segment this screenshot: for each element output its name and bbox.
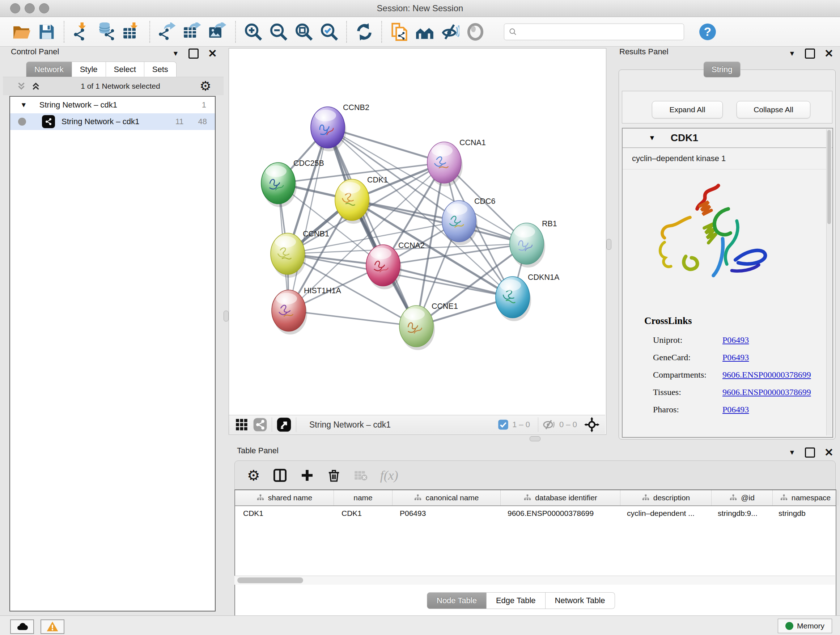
column-header-name[interactable]: name (334, 490, 393, 505)
expand-all-chevron-icon[interactable] (30, 81, 41, 92)
edge-CCNB2-HIST1H1A[interactable] (289, 127, 328, 310)
selected-checkbox-icon[interactable] (498, 419, 508, 430)
table-cell[interactable]: P06493 (392, 506, 500, 521)
table-cell[interactable]: CDK1 (333, 506, 392, 521)
share-view-icon[interactable] (253, 417, 267, 432)
zoom-fit-button[interactable] (294, 21, 314, 42)
panel-float-icon[interactable] (805, 49, 815, 59)
edge-CCNB2-CCNE1[interactable] (328, 127, 416, 326)
crosslink-value-link[interactable]: P06493 (722, 335, 749, 345)
share-document-button[interactable] (389, 21, 410, 42)
table-cell[interactable]: CDK1 (235, 506, 333, 521)
network-canvas[interactable]: CCNB2CCNA1CDC25BCDK1CDC6RB1CCNB1CCNA2CDK… (229, 49, 605, 415)
network-collection-row[interactable]: ▼ String Network – cdk1 1 (10, 97, 215, 113)
column-header-shared-name[interactable]: shared name (235, 490, 334, 505)
help-button[interactable]: ? (699, 23, 717, 41)
panel-close-icon[interactable]: ✕ (824, 448, 834, 456)
memory-button[interactable]: Memory (778, 619, 832, 633)
right-splitter-handle[interactable] (606, 239, 611, 250)
import-table-file-button[interactable] (122, 21, 143, 42)
edge-HIST1H1A-CCNE1[interactable] (289, 310, 416, 326)
apply-layout-button[interactable] (354, 21, 375, 42)
table-cell[interactable]: stringdb (771, 506, 836, 521)
fit-crosshair-icon[interactable] (584, 417, 600, 432)
tab-sets[interactable]: Sets (144, 62, 177, 78)
import-network-file-button[interactable] (71, 21, 92, 42)
node-CCNB1[interactable] (271, 233, 306, 278)
delete-column-icon[interactable] (327, 468, 341, 483)
tab-network[interactable]: Network (26, 62, 72, 78)
node-CCNB2[interactable] (311, 107, 346, 151)
network-graph[interactable]: CCNB2CCNA1CDC25BCDK1CDC6RB1CCNB1CCNA2CDK… (229, 49, 605, 415)
gene-header-row[interactable]: ▼ CDK1 (622, 128, 832, 148)
node-CCNE1[interactable] (399, 306, 435, 350)
node-CCNA2[interactable] (366, 245, 401, 289)
tab-node-table[interactable]: Node Table (427, 592, 486, 609)
panel-close-icon[interactable]: ✕ (208, 50, 217, 57)
left-splitter-handle[interactable] (224, 310, 229, 321)
gear-icon[interactable]: ⚙ (200, 80, 211, 93)
hscrollbar-thumb[interactable] (237, 578, 303, 583)
tab-string[interactable]: String (704, 62, 741, 78)
gear-icon[interactable]: ⚙ (247, 468, 260, 483)
crosslink-value-link[interactable]: P06493 (722, 353, 749, 363)
tab-select[interactable]: Select (106, 62, 144, 78)
panel-menu-icon[interactable]: ▼ (789, 448, 796, 456)
crosslink-value-link[interactable]: 9606.ENSP00000378699 (722, 387, 811, 397)
column-header-canonical-name[interactable]: canonical name (393, 490, 501, 505)
node-CCNA1[interactable] (427, 142, 463, 187)
birdseye-view-icon[interactable] (276, 417, 292, 432)
tab-network-table[interactable]: Network Table (546, 592, 615, 609)
cloud-button[interactable] (10, 619, 34, 634)
hide-graphics-details-button[interactable] (439, 21, 461, 42)
zoom-selected-button[interactable] (319, 21, 340, 42)
panel-menu-icon[interactable]: ▼ (789, 50, 796, 57)
export-image-button[interactable] (208, 21, 229, 42)
network-row[interactable]: String Network – cdk1 11 48 (10, 113, 215, 130)
zoom-out-button[interactable] (268, 21, 289, 42)
node-HIST1H1A[interactable] (272, 290, 307, 334)
table-row[interactable]: CDK1CDK1P064939606.ENSP00000378699cyclin… (235, 506, 836, 521)
show-graphics-details-button[interactable] (465, 21, 486, 42)
zoom-in-button[interactable] (243, 21, 264, 42)
tab-style[interactable]: Style (72, 62, 106, 78)
table-cell[interactable]: stringdb:9... (710, 506, 771, 521)
panel-close-icon[interactable]: ✕ (824, 50, 834, 57)
table-cell[interactable]: cyclin–dependent ... (619, 506, 710, 521)
panel-menu-icon[interactable]: ▼ (172, 50, 179, 57)
crosslink-value-link[interactable]: 9606.ENSP00000378699 (722, 370, 811, 380)
open-session-button[interactable] (11, 21, 32, 42)
grid-view-icon[interactable] (235, 418, 248, 432)
column-header-namespace[interactable]: namespace (773, 490, 838, 505)
string-home-button[interactable] (414, 21, 435, 42)
show-columns-icon[interactable] (272, 468, 287, 483)
search-input[interactable] (520, 25, 684, 39)
import-network-database-button[interactable] (96, 21, 118, 42)
node-CDK1[interactable] (335, 179, 370, 224)
results-scrollbar[interactable] (826, 129, 832, 435)
node-CDKN1A[interactable] (496, 277, 531, 321)
panel-float-icon[interactable] (188, 49, 199, 59)
export-network-button[interactable] (157, 21, 178, 42)
column-header--id[interactable]: @id (712, 490, 773, 505)
hidden-eye-icon[interactable] (543, 418, 556, 431)
collapse-all-chevron-icon[interactable] (16, 81, 27, 92)
save-session-button[interactable] (36, 21, 57, 42)
export-table-button[interactable] (182, 21, 203, 42)
horizontal-splitter-handle[interactable] (530, 436, 540, 441)
column-header-database-identifier[interactable]: database identifier (501, 490, 621, 505)
node-RB1[interactable] (510, 223, 545, 268)
add-column-icon[interactable] (300, 468, 314, 483)
collapse-all-button[interactable]: Collapse All (737, 101, 810, 119)
tab-edge-table[interactable]: Edge Table (486, 592, 546, 609)
crosslink-value-link[interactable]: P06493 (722, 405, 749, 415)
column-header-description[interactable]: description (621, 490, 712, 505)
tree-expand-icon[interactable]: ▼ (20, 101, 27, 109)
expand-all-button[interactable]: Expand All (652, 101, 723, 119)
panel-float-icon[interactable] (805, 448, 815, 458)
node-CDC6[interactable] (442, 201, 477, 245)
collapse-triangle-icon[interactable]: ▼ (649, 134, 655, 142)
warning-button[interactable] (41, 619, 65, 634)
table-hscrollbar[interactable] (234, 576, 835, 585)
table-cell[interactable]: 9606.ENSP00000378699 (500, 506, 619, 521)
